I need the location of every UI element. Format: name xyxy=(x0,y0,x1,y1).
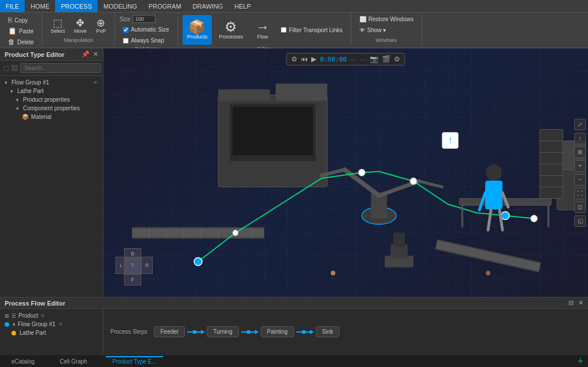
eye-flow-group-pfe[interactable]: 👁 xyxy=(58,322,63,327)
pfe-right-panel: Process Steps Feeder Turning xyxy=(103,309,588,354)
tree-label-material: Material xyxy=(31,114,52,120)
vp-tool-1[interactable]: ⤢ xyxy=(574,119,586,130)
close-icon[interactable]: ✕ xyxy=(93,51,98,58)
filter-checkbox[interactable] xyxy=(281,27,287,33)
video-icon[interactable]: 🎬 xyxy=(382,55,390,63)
menu-file[interactable]: FILE xyxy=(0,0,25,12)
vp-tool-7[interactable]: ⊡ xyxy=(574,202,586,213)
always-snap-checkbox-row[interactable]: Always Snap xyxy=(119,36,168,45)
main-layout: Product Type Editor 📌 ✕ ⬚ ⬛ + ▾ Flow Gro… xyxy=(0,48,588,297)
tree-arrow-flow-group: ▾ xyxy=(5,80,11,86)
search-input[interactable] xyxy=(20,63,101,73)
flow-button[interactable]: → Flow xyxy=(250,15,275,45)
auto-size-checkbox[interactable] xyxy=(123,27,129,33)
menu-process[interactable]: PROCESS xyxy=(55,0,98,12)
tree-arrow-component-props: ▾ xyxy=(16,106,23,111)
flow-connector-1 xyxy=(187,328,204,336)
nav-cube-center[interactable]: T xyxy=(124,257,141,274)
vp-tool-2[interactable]: ↕ xyxy=(574,133,586,144)
processes-button[interactable]: ⚙ Processes xyxy=(214,15,247,45)
size-input[interactable] xyxy=(133,15,156,23)
eye-product[interactable]: 👁 xyxy=(40,313,45,319)
dot-flow-group xyxy=(5,322,9,327)
settings-playback-icon[interactable]: ⚙ xyxy=(291,55,297,63)
vp-tool-4[interactable]: + xyxy=(574,160,586,172)
vp-tool-3[interactable]: ⊞ xyxy=(574,146,586,158)
flow-node-painting[interactable]: Painting xyxy=(261,326,294,337)
viewport-right-tools: ⤢ ↕ ⊞ + − ⛶ ⊡ ◱ xyxy=(574,119,586,227)
nav-cube-bottom[interactable]: F xyxy=(124,274,141,285)
select-button[interactable]: ⬚ Select xyxy=(47,17,68,35)
playback-time: 0:00:00 xyxy=(320,56,346,63)
menu-home[interactable]: HOME xyxy=(25,0,55,12)
rewind-button[interactable]: ⏮ xyxy=(301,55,308,63)
status-tab-ecatalog[interactable]: eCatalog xyxy=(5,356,41,366)
flow-node-sink[interactable]: Sink xyxy=(316,326,339,337)
add-tab-button[interactable]: + xyxy=(577,356,583,366)
dot-lathe-part xyxy=(11,331,16,335)
eye-flow-group[interactable]: 👁 xyxy=(93,80,98,86)
menu-help[interactable]: HELP xyxy=(229,0,257,12)
clipboard-buttons: ⎘ Copy 📋 Paste 🗑 Delete xyxy=(5,15,37,47)
menu-modeling[interactable]: MODELING xyxy=(98,0,143,12)
move-button[interactable]: ✥ Move xyxy=(71,17,90,35)
status-bar: eCatalog Cell Graph Product Type E... + xyxy=(0,354,588,367)
pfe-header-icons: ⊟ ✕ xyxy=(568,299,583,307)
flow-node-feeder[interactable]: Feeder xyxy=(154,326,185,337)
pfe-dock-icon[interactable]: ⊟ xyxy=(568,299,574,307)
windows-label: Windows xyxy=(376,37,397,43)
svg-marker-56 xyxy=(255,330,258,334)
pin-icon[interactable]: 📌 xyxy=(82,51,90,58)
tree-toggle-icon[interactable]: ⬚ xyxy=(3,65,9,71)
ribbon: ⎘ Copy 📋 Paste 🗑 Delete Clipboard ⬚ Sele… xyxy=(0,13,588,48)
flow-node-turning[interactable]: Turning xyxy=(207,326,239,337)
tree-toggle2-icon[interactable]: ⬛ xyxy=(11,65,18,71)
playback-sep2: — xyxy=(360,56,366,63)
process-flow-editor: Process Flow Editor ⊟ ✕ ⊞ ☰ Product 👁 ▾ xyxy=(0,297,588,354)
auto-size-checkbox-row[interactable]: Automatic Size xyxy=(119,25,173,34)
status-tab-product-type[interactable]: Product Type E... xyxy=(106,356,164,366)
nav-cube: B L T R F xyxy=(113,245,153,285)
pfe-item-product[interactable]: ⊞ ☰ Product 👁 xyxy=(0,311,103,320)
restore-windows-button[interactable]: ⬜ Restore Windows xyxy=(356,15,417,24)
arrow-flow-group: ▾ xyxy=(13,322,16,327)
copy-button[interactable]: ⎘ Copy xyxy=(5,15,37,25)
tree-item-material[interactable]: 📦 Material xyxy=(0,113,103,121)
filter-transport-links[interactable]: Filter Transport Links xyxy=(277,26,346,34)
vp-tool-8[interactable]: ◱ xyxy=(574,215,586,227)
tree-item-flow-group[interactable]: ▾ Flow Group #1 👁 xyxy=(0,78,103,87)
menu-program[interactable]: PROGRAM xyxy=(143,0,187,12)
tree-item-product-props[interactable]: ▾ Product properties xyxy=(0,95,103,104)
camera-icon[interactable]: 📷 xyxy=(370,55,378,63)
products-button[interactable]: 📦 Products xyxy=(183,15,212,45)
pfe-icon-product2: ☰ xyxy=(11,313,16,319)
panel-header-icons: 📌 ✕ xyxy=(82,51,98,58)
status-tab-cell-graph[interactable]: Cell Graph xyxy=(53,356,94,366)
nav-cube-right[interactable]: R xyxy=(141,257,153,274)
vp-tool-6[interactable]: ⛶ xyxy=(574,188,586,199)
playback-settings-icon[interactable]: ⚙ xyxy=(394,55,400,63)
pfe-undock-icon[interactable]: ✕ xyxy=(578,299,583,307)
menu-drawing[interactable]: DRAWING xyxy=(187,0,229,12)
ribbon-group-manipulation: ⬚ Select ✥ Move ⊕ PnP Manipulation xyxy=(42,13,115,45)
panel-header: Product Type Editor 📌 ✕ xyxy=(0,48,103,61)
pfe-item-lathe-part[interactable]: Lathe Part xyxy=(0,329,103,337)
delete-button[interactable]: 🗑 Delete xyxy=(5,37,37,47)
pnp-button[interactable]: ⊕ PnP xyxy=(92,17,110,35)
tree-item-component-props[interactable]: ▾ Component properties xyxy=(0,104,103,113)
show-button[interactable]: 👁 Show ▾ xyxy=(356,26,390,34)
always-snap-checkbox[interactable] xyxy=(123,38,129,44)
viewport-bg: ↑ ⚙ ⏮ ▶ 0:00:00 — — 📷 xyxy=(103,48,588,297)
tree-label-component-props: Component properties xyxy=(23,105,80,111)
svg-rect-54 xyxy=(193,330,196,334)
tree-item-lathe-part[interactable]: ▾ Lathe Part xyxy=(0,87,103,95)
play-button[interactable]: ▶ xyxy=(311,55,316,63)
pfe-item-flow-group[interactable]: ▾ Flow Group #1 👁 xyxy=(0,320,103,329)
editor-options: Filter Transport Links xyxy=(277,26,346,34)
svg-marker-59 xyxy=(310,330,314,334)
paste-button[interactable]: 📋 Paste xyxy=(5,26,37,36)
vp-tool-5[interactable]: − xyxy=(574,174,586,186)
tree-label-flow-group: Flow Group #1 xyxy=(11,79,49,86)
viewport[interactable]: ↑ ⚙ ⏮ ▶ 0:00:00 — — 📷 xyxy=(103,48,588,297)
flow-connector-2 xyxy=(241,328,258,336)
